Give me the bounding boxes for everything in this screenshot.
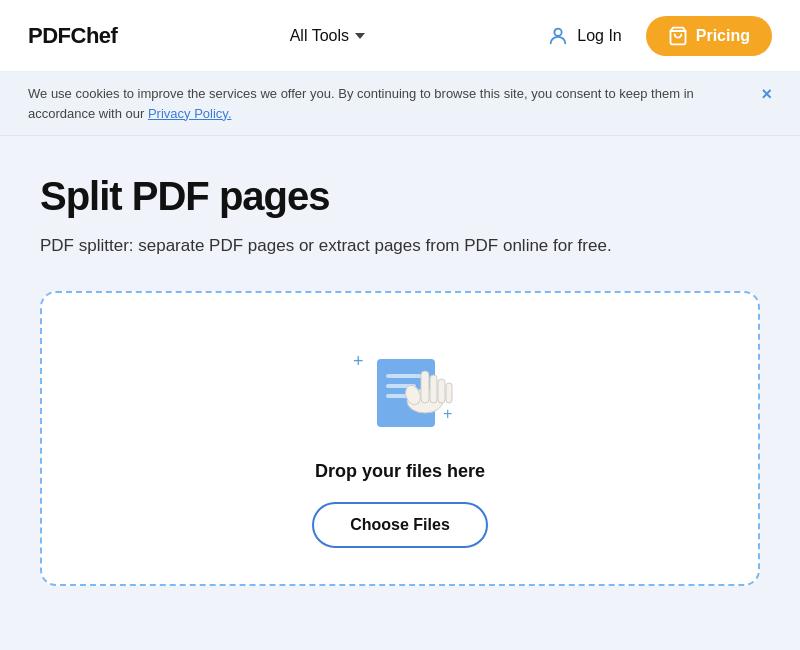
- svg-text:+: +: [353, 351, 364, 371]
- login-label: Log In: [577, 27, 621, 45]
- svg-rect-10: [430, 375, 437, 403]
- svg-rect-5: [386, 374, 424, 378]
- svg-rect-9: [421, 371, 429, 403]
- cookie-close-button[interactable]: ×: [761, 85, 772, 103]
- cart-icon: [668, 26, 688, 46]
- cookie-message: We use cookies to improve the services w…: [28, 86, 694, 121]
- all-tools-button[interactable]: All Tools: [280, 21, 375, 51]
- svg-point-0: [555, 28, 562, 35]
- cookie-banner: We use cookies to improve the services w…: [0, 72, 800, 136]
- pricing-label: Pricing: [696, 27, 750, 45]
- svg-rect-11: [438, 379, 445, 403]
- header: PDFChef All Tools Log In Pricing: [0, 0, 800, 72]
- drop-text: Drop your files here: [315, 461, 485, 482]
- nav-right: Log In Pricing: [537, 16, 772, 56]
- login-button[interactable]: Log In: [537, 19, 631, 53]
- pricing-button[interactable]: Pricing: [646, 16, 772, 56]
- main-nav: All Tools: [280, 21, 375, 51]
- main-content: Split PDF pages PDF splitter: separate P…: [0, 136, 800, 616]
- svg-rect-12: [446, 383, 452, 403]
- page-title: Split PDF pages: [40, 174, 760, 219]
- svg-text:+: +: [443, 405, 452, 422]
- cookie-text: We use cookies to improve the services w…: [28, 84, 761, 123]
- logo: PDFChef: [28, 23, 117, 49]
- all-tools-label: All Tools: [290, 27, 349, 45]
- user-icon: [547, 25, 569, 47]
- dropzone[interactable]: + +: [40, 291, 760, 586]
- choose-files-button[interactable]: Choose Files: [312, 502, 488, 548]
- chevron-down-icon: [355, 33, 365, 39]
- privacy-policy-link[interactable]: Privacy Policy.: [148, 106, 232, 121]
- page-subtitle: PDF splitter: separate PDF pages or extr…: [40, 233, 760, 259]
- drop-illustration: + +: [335, 329, 465, 439]
